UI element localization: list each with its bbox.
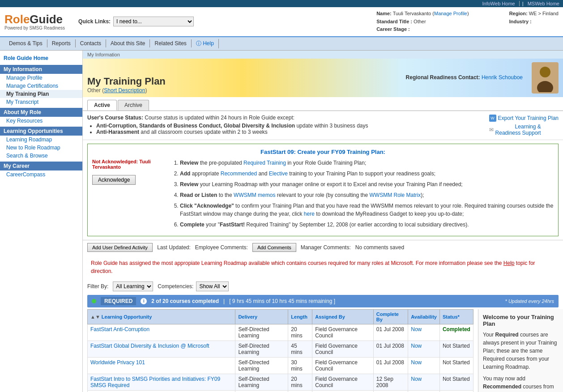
course-table: ▲▼ Learning Opportunity Delivery Length … — [87, 309, 473, 392]
learning-support-link[interactable]: ✉ Learning &Readiness Support — [489, 124, 559, 136]
sidebar-item-manage-profile[interactable]: Manage Profile — [0, 74, 82, 82]
nav-demos-tips[interactable]: Demos & Tips — [4, 39, 47, 47]
msweb-home-link[interactable]: MSWeb Home — [528, 1, 559, 6]
acknowledge-button[interactable]: Acknowledge — [92, 175, 136, 185]
progress-pipe: | — [223, 298, 225, 304]
competencies-select[interactable]: Show All — [196, 281, 229, 291]
right-panel-p1: Your Required courses are always present… — [483, 331, 559, 371]
cell-status: Not Started — [439, 390, 473, 392]
col-header-availability: Availability — [408, 309, 440, 324]
header: RoleGuide Powered by SMSG Readiness Quic… — [0, 7, 563, 37]
quicklinks-label: Quick Links: — [78, 18, 111, 25]
sort-length-link[interactable]: Length — [291, 314, 307, 320]
last-updated-label: Last Updated: — [157, 244, 191, 251]
sidebar-item-manage-certs[interactable]: Manage Certifications — [0, 82, 82, 90]
sort-learning-opp-link[interactable]: Learning Opportunity — [102, 314, 152, 320]
add-comments-button[interactable]: Add Comments — [252, 243, 296, 252]
cell-availability: Now — [408, 341, 440, 357]
tab-archive[interactable]: Archive — [118, 100, 149, 111]
cell-availability: Now — [408, 324, 440, 341]
logo: RoleGuide Powered by SMSG Readiness — [4, 13, 65, 30]
sidebar-home[interactable]: Role Guide Home — [0, 53, 82, 63]
add-activity-button[interactable]: Add User Defined Activity — [87, 243, 153, 252]
cell-delivery: Self-Directed Learning — [235, 390, 288, 392]
svg-point-1 — [540, 67, 550, 77]
help-direction-link[interactable]: Help — [503, 260, 515, 266]
info-icon[interactable]: i — [141, 298, 147, 304]
infoweb-home-link[interactable]: InfoWeb Home — [482, 1, 515, 6]
updated-text: * Updated every 24hrs — [505, 298, 554, 304]
nav-reports[interactable]: Reports — [47, 39, 76, 47]
nav-about[interactable]: About this Site — [106, 39, 150, 47]
nav-contacts[interactable]: Contacts — [76, 39, 106, 47]
sort-delivery-link[interactable]: Delivery — [238, 314, 257, 320]
status-desc: Course status is updated within 24 hours… — [145, 115, 294, 121]
sort-availability-link[interactable]: Availability — [411, 314, 437, 320]
nav-related[interactable]: Related Sites — [150, 39, 191, 47]
cell-course: FastStart Global Diversity & Inclusion @… — [88, 341, 235, 357]
envelope-icon: ✉ — [489, 127, 494, 133]
user-info: Name: Tuuli Tervaskanto (Manage Profile)… — [376, 10, 469, 34]
cell-delivery: Self-Directed Learning — [235, 357, 288, 374]
col-header-assigned-by: Assigned By — [312, 309, 374, 324]
cell-length: 30 mins — [288, 357, 312, 374]
sort-complete-link[interactable]: Complete By — [376, 311, 399, 322]
table-area: ▲▼ Learning Opportunity Delivery Length … — [83, 309, 478, 392]
course-link[interactable]: FastStart Global Diversity & Inclusion @… — [90, 343, 209, 349]
sidebar-item-my-transcript[interactable]: My Transcript — [0, 98, 82, 106]
sidebar-item-career-compass[interactable]: CareerCompass — [0, 170, 82, 179]
availability-link[interactable]: Now — [411, 326, 422, 332]
faststart-box: FastStart 09: Create your FY09 Training … — [87, 144, 559, 236]
required-header: REQUIRED i 2 of 20 courses completed | [… — [87, 295, 559, 307]
content-area: My Information My Training Plan Other (S… — [83, 51, 563, 392]
standard-title: Other — [414, 19, 426, 24]
availability-link[interactable]: Now — [411, 376, 422, 382]
table-row: Compliance Ready - English Self-Directed… — [88, 390, 473, 392]
availability-link[interactable]: Now — [411, 359, 422, 366]
faststart-step-4: Read or Listen to the WWSMM memos releva… — [180, 191, 554, 199]
here-link[interactable]: here — [304, 211, 315, 217]
sidebar-item-key-resources[interactable]: Key Resources — [0, 117, 82, 125]
cell-length: 20 mins — [288, 324, 312, 341]
recommended-link[interactable]: Recommended — [221, 170, 257, 177]
cell-assigned-by: Field Governance Council — [312, 324, 374, 341]
filter-select[interactable]: All Learning — [113, 281, 153, 291]
course-link[interactable]: FastStart Intro to SMSG Priorities and I… — [90, 376, 220, 388]
nav-help[interactable]: ⓘ Help — [192, 39, 219, 48]
sort-status-link[interactable]: Status* — [443, 314, 460, 320]
export-plan-link[interactable]: W Export Your Training Plan — [489, 115, 559, 122]
sidebar-item-my-training-plan[interactable]: My Training Plan — [0, 90, 82, 98]
career-stage-label: Career Stage : — [376, 26, 410, 32]
short-desc-link[interactable]: Short Description — [104, 87, 145, 94]
cell-complete-by: 31 Oct 2008 — [373, 390, 408, 392]
cell-course: FastStart Intro to SMSG Priorities and I… — [88, 374, 235, 390]
green-dot-icon — [92, 299, 96, 303]
required-label: REQUIRED — [101, 297, 136, 305]
tab-active[interactable]: Active — [87, 100, 117, 111]
logo-sub: Powered by SMSG Readiness — [4, 26, 65, 30]
cell-delivery: Self-Directed Learning — [235, 341, 288, 357]
filter-label: Filter By: — [87, 283, 108, 290]
course-link[interactable]: FastStart Anti-Corruption — [90, 326, 149, 332]
col-header-delivery: Delivery — [235, 309, 288, 324]
sidebar-item-learning-roadmap[interactable]: Learning Roadmap — [0, 136, 82, 144]
required-training-link[interactable]: Required Training — [243, 160, 286, 166]
manager-comments-label: Manager Comments: — [301, 244, 351, 251]
sort-assigned-link[interactable]: Assigned By — [315, 314, 345, 320]
cell-delivery: Self-Directed Learning — [235, 324, 288, 341]
course-link[interactable]: Worldwide Privacy 101 — [90, 359, 145, 366]
wwsmm-memos-link[interactable]: WWSMM memos — [234, 192, 275, 198]
quicklinks-select[interactable]: I need to... — [113, 17, 194, 26]
sidebar-item-new-to-role[interactable]: New to Role Roadmap — [0, 144, 82, 152]
wwsmm-role-matrix-link[interactable]: WWSMM Role Matrix — [370, 192, 421, 198]
sidebar-item-search-browse[interactable]: Search & Browse — [0, 152, 82, 160]
progress-text: 2 of 20 courses completed — [151, 298, 219, 304]
nav-bar: Demos & Tips Reports Contacts About this… — [0, 37, 563, 51]
regional-contact-link[interactable]: Henrik Schouboe — [482, 74, 523, 81]
elective-link[interactable]: Elective — [269, 170, 288, 177]
availability-link[interactable]: Now — [411, 343, 422, 349]
header-photo — [532, 62, 559, 94]
manage-profile-link[interactable]: Manage Profile — [434, 11, 467, 16]
standard-title-label: Standard Title : — [376, 19, 412, 24]
right-panel-title: Welcome to your Training Plan — [483, 314, 559, 327]
